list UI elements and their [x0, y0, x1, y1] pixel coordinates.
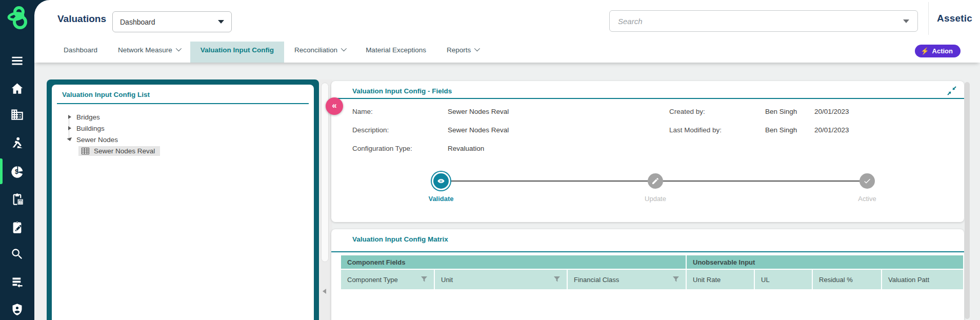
header-divider [928, 2, 929, 35]
filter-funnel-icon[interactable] [553, 276, 561, 283]
sidebar: $ [0, 0, 34, 320]
config-tree: Bridges Buildings Sewer Nodes [66, 111, 309, 156]
title-underline [331, 98, 964, 99]
tab-material-exceptions[interactable]: Material Exceptions [355, 37, 436, 63]
valuation-config-fields-panel: Valuation Input Config - Fields Name: Se… [331, 81, 964, 222]
column-header-financial-class[interactable]: Financial Class [567, 269, 686, 290]
double-chevron-left-icon: « [332, 101, 336, 111]
title-underline [57, 103, 309, 104]
top-bar: Valuations Dashboard Assetic [34, 0, 980, 37]
lightning-icon: ⚡ [921, 47, 929, 55]
app-window: $ Valuations Dashboard [0, 0, 980, 320]
column-header-unit[interactable]: Unit [434, 269, 567, 290]
valuation-config-matrix-panel: Valuation Input Config Matrix Component … [331, 229, 964, 320]
description-label: Description: [352, 126, 389, 134]
global-search [609, 10, 918, 32]
step-active-label: Active [831, 195, 903, 203]
search-input[interactable] [618, 17, 903, 26]
construction-worker-icon[interactable] [0, 133, 34, 152]
tab-reconciliation[interactable]: Reconciliation [284, 37, 355, 63]
configuration-type-value: Revaluation [448, 145, 484, 152]
main-area: Valuations Dashboard Assetic Dashboard N… [34, 0, 980, 320]
group-header-component-fields: Component Fields [341, 255, 686, 269]
chevron-down-icon [176, 45, 182, 51]
brand-name: Assetic [937, 13, 972, 24]
collapse-arrow-icon[interactable] [67, 137, 72, 142]
check-icon [863, 177, 871, 185]
tab-network-measure[interactable]: Network Measure [108, 37, 190, 63]
selected-tree-item[interactable]: Sewer Nodes Reval [78, 146, 160, 156]
description-value: Sewer Nodes Reval [448, 126, 509, 134]
created-by-name: Ben Singh [765, 108, 797, 115]
data-import-icon[interactable] [0, 273, 34, 291]
step-validate-label: Validate [405, 195, 477, 203]
matrix-table: Component Fields Unobservable Input Comp… [340, 254, 964, 290]
step-update[interactable] [648, 173, 663, 189]
configuration-type-label: Configuration Type: [352, 145, 412, 152]
column-header-unit-rate[interactable]: Unit Rate [686, 269, 754, 290]
column-header-residual[interactable]: Residual % [812, 269, 882, 290]
search-icon[interactable] [0, 245, 34, 263]
panel-splitter[interactable] [319, 79, 332, 320]
nav-bar: Dashboard Network Measure Valuation Inpu… [34, 37, 980, 63]
tab-valuation-input-config[interactable]: Valuation Input Config [190, 37, 284, 63]
list-panel-title: Valuation Input Config List [62, 91, 150, 98]
step-active[interactable] [859, 173, 875, 189]
splitter-collapse-arrow-icon[interactable] [323, 289, 326, 294]
table-grid-icon [82, 148, 89, 154]
chevron-down-icon [218, 20, 224, 24]
valuation-config-list-panel: Valuation Input Config List Bridges Buil… [47, 79, 319, 320]
step-update-label: Update [619, 195, 691, 203]
tree-node-buildings[interactable]: Buildings [66, 123, 309, 134]
name-label: Name: [352, 108, 373, 115]
collapse-card-icon[interactable] [947, 86, 957, 96]
tab-reports[interactable]: Reports [436, 37, 489, 63]
group-header-unobservable-input: Unobservable Input [686, 255, 964, 269]
clipboard-edit-icon[interactable] [0, 218, 34, 236]
column-header-component-type[interactable]: Component Type [341, 269, 434, 290]
matrix-panel-title: Valuation Input Config Matrix [352, 235, 448, 243]
clipboard-calculator-icon[interactable] [0, 190, 34, 208]
expand-arrow-icon[interactable] [68, 126, 71, 130]
created-by-date: 20/01/2023 [814, 108, 849, 115]
created-by-label: Created by: [669, 108, 705, 115]
tab-dashboard[interactable]: Dashboard [53, 37, 108, 63]
menu-icon[interactable] [0, 51, 34, 70]
chevron-down-icon [474, 45, 480, 51]
vertical-scrollbar[interactable] [965, 82, 970, 319]
pencil-icon [651, 177, 659, 185]
nav-tabs: Dashboard Network Measure Valuation Inpu… [53, 37, 489, 63]
tree-node-sewer-nodes[interactable]: Sewer Nodes [66, 134, 309, 145]
last-modified-by-date: 20/01/2023 [814, 126, 849, 134]
home-icon[interactable] [0, 79, 34, 97]
column-header-ul[interactable]: UL [754, 269, 812, 290]
content-area: Valuation Input Config List Bridges Buil… [34, 63, 980, 320]
svg-text:$: $ [15, 168, 18, 175]
eye-icon [437, 177, 445, 185]
module-title: Valuations [57, 13, 106, 25]
expand-arrow-icon[interactable] [68, 115, 71, 119]
admin-shield-icon[interactable] [0, 300, 34, 318]
tree-node-bridges[interactable]: Bridges [66, 111, 309, 123]
chevron-down-icon [341, 45, 347, 51]
name-value: Sewer Nodes Reval [448, 108, 509, 115]
assetic-logo-icon [6, 5, 29, 31]
fields-panel-title: Valuation Input Config - Fields [352, 87, 452, 95]
filter-funnel-icon[interactable] [672, 276, 679, 283]
column-header-valuation-pattern[interactable]: Valuation Patt [882, 269, 964, 290]
active-module-indicator [0, 158, 3, 184]
context-dropdown[interactable]: Dashboard [112, 11, 232, 32]
step-validate[interactable] [433, 173, 449, 189]
context-dropdown-value: Dashboard [120, 18, 155, 26]
tree-node-sewer-nodes-reval[interactable]: Sewer Nodes Reval [78, 145, 309, 156]
action-button[interactable]: ⚡ Action [915, 45, 961, 57]
last-modified-by-label: Last Modified by: [669, 126, 722, 134]
valuations-pie-dollar-icon[interactable]: $ [0, 163, 34, 181]
last-modified-by-name: Ben Singh [765, 126, 797, 134]
filter-funnel-icon[interactable] [421, 276, 428, 283]
title-underline [331, 251, 964, 252]
search-chevron-down-icon[interactable] [903, 19, 909, 23]
collapse-panel-button[interactable]: « [326, 97, 343, 115]
buildings-icon[interactable] [0, 105, 34, 124]
